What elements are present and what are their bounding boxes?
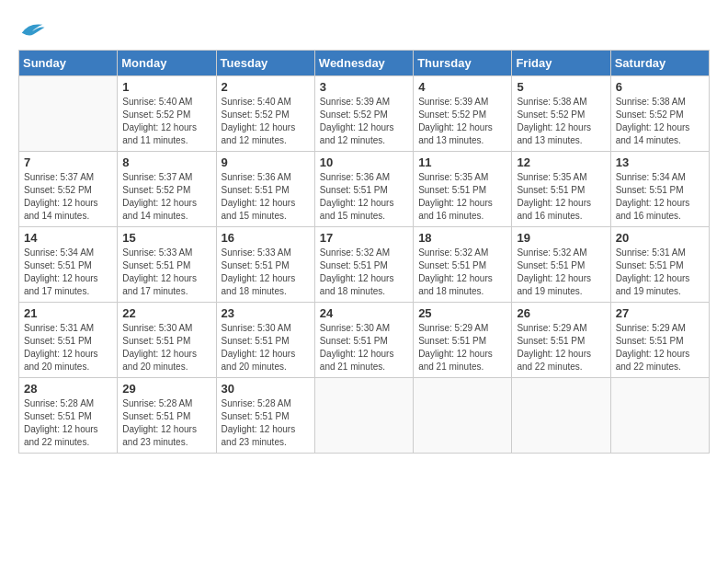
day-info: Sunrise: 5:30 AM Sunset: 5:51 PM Dayligh… <box>222 322 310 373</box>
day-number: 13 <box>616 155 704 169</box>
day-number: 28 <box>24 382 112 396</box>
day-cell: 12Sunrise: 5:35 AM Sunset: 5:51 PM Dayli… <box>512 152 610 227</box>
day-number: 25 <box>418 306 506 320</box>
day-info: Sunrise: 5:35 AM Sunset: 5:51 PM Dayligh… <box>418 171 506 223</box>
day-header-wednesday: Wednesday <box>314 51 413 76</box>
day-cell: 28Sunrise: 5:28 AM Sunset: 5:51 PM Dayli… <box>19 378 118 454</box>
day-cell: 5Sunrise: 5:38 AM Sunset: 5:52 PM Daylig… <box>512 76 610 152</box>
day-number: 18 <box>418 231 506 245</box>
day-cell: 10Sunrise: 5:36 AM Sunset: 5:51 PM Dayli… <box>314 152 413 227</box>
day-cell: 11Sunrise: 5:35 AM Sunset: 5:51 PM Dayli… <box>414 152 512 227</box>
week-row-1: 1Sunrise: 5:40 AM Sunset: 5:52 PM Daylig… <box>19 76 710 152</box>
day-number: 23 <box>222 306 310 320</box>
day-number: 20 <box>616 231 704 245</box>
day-cell <box>19 76 118 152</box>
day-cell <box>414 378 512 454</box>
day-number: 17 <box>320 231 408 245</box>
week-row-2: 7Sunrise: 5:37 AM Sunset: 5:52 PM Daylig… <box>19 152 710 227</box>
day-number: 4 <box>418 80 506 94</box>
day-cell: 18Sunrise: 5:32 AM Sunset: 5:51 PM Dayli… <box>414 227 512 303</box>
day-info: Sunrise: 5:29 AM Sunset: 5:51 PM Dayligh… <box>616 322 704 373</box>
day-info: Sunrise: 5:35 AM Sunset: 5:51 PM Dayligh… <box>517 171 605 223</box>
day-cell: 13Sunrise: 5:34 AM Sunset: 5:51 PM Dayli… <box>610 152 709 227</box>
day-number: 19 <box>517 231 605 245</box>
day-cell <box>610 378 709 454</box>
day-info: Sunrise: 5:37 AM Sunset: 5:52 PM Dayligh… <box>122 171 210 223</box>
day-cell: 21Sunrise: 5:31 AM Sunset: 5:51 PM Dayli… <box>19 303 118 378</box>
day-info: Sunrise: 5:39 AM Sunset: 5:52 PM Dayligh… <box>320 96 408 147</box>
day-number: 1 <box>122 80 210 94</box>
logo <box>18 18 50 40</box>
day-number: 14 <box>24 231 112 245</box>
calendar-table: SundayMondayTuesdayWednesdayThursdayFrid… <box>18 50 710 454</box>
day-number: 21 <box>24 306 112 320</box>
day-info: Sunrise: 5:29 AM Sunset: 5:51 PM Dayligh… <box>517 322 605 373</box>
day-number: 5 <box>517 80 605 94</box>
day-number: 11 <box>418 155 506 169</box>
day-cell: 3Sunrise: 5:39 AM Sunset: 5:52 PM Daylig… <box>314 76 413 152</box>
day-cell: 2Sunrise: 5:40 AM Sunset: 5:52 PM Daylig… <box>216 76 314 152</box>
day-info: Sunrise: 5:36 AM Sunset: 5:51 PM Dayligh… <box>222 171 310 223</box>
day-info: Sunrise: 5:31 AM Sunset: 5:51 PM Dayligh… <box>616 247 704 298</box>
day-number: 8 <box>122 155 210 169</box>
day-cell <box>314 378 413 454</box>
day-number: 12 <box>517 155 605 169</box>
day-cell: 8Sunrise: 5:37 AM Sunset: 5:52 PM Daylig… <box>118 152 216 227</box>
day-info: Sunrise: 5:39 AM Sunset: 5:52 PM Dayligh… <box>418 96 506 147</box>
day-number: 26 <box>517 306 605 320</box>
day-info: Sunrise: 5:28 AM Sunset: 5:51 PM Dayligh… <box>222 397 310 449</box>
day-cell: 16Sunrise: 5:33 AM Sunset: 5:51 PM Dayli… <box>216 227 314 303</box>
week-row-3: 14Sunrise: 5:34 AM Sunset: 5:51 PM Dayli… <box>19 227 710 303</box>
day-header-sunday: Sunday <box>19 51 118 76</box>
day-cell: 14Sunrise: 5:34 AM Sunset: 5:51 PM Dayli… <box>19 227 118 303</box>
day-cell: 6Sunrise: 5:38 AM Sunset: 5:52 PM Daylig… <box>610 76 709 152</box>
day-cell: 30Sunrise: 5:28 AM Sunset: 5:51 PM Dayli… <box>216 378 314 454</box>
day-number: 30 <box>222 382 310 396</box>
day-cell: 25Sunrise: 5:29 AM Sunset: 5:51 PM Dayli… <box>414 303 512 378</box>
day-info: Sunrise: 5:32 AM Sunset: 5:51 PM Dayligh… <box>517 247 605 298</box>
day-info: Sunrise: 5:30 AM Sunset: 5:51 PM Dayligh… <box>320 322 408 373</box>
day-info: Sunrise: 5:38 AM Sunset: 5:52 PM Dayligh… <box>517 96 605 147</box>
day-number: 27 <box>616 306 704 320</box>
day-cell: 24Sunrise: 5:30 AM Sunset: 5:51 PM Dayli… <box>314 303 413 378</box>
day-header-monday: Monday <box>118 51 216 76</box>
day-number: 15 <box>122 231 210 245</box>
day-cell: 15Sunrise: 5:33 AM Sunset: 5:51 PM Dayli… <box>118 227 216 303</box>
day-info: Sunrise: 5:33 AM Sunset: 5:51 PM Dayligh… <box>122 247 210 298</box>
day-info: Sunrise: 5:32 AM Sunset: 5:51 PM Dayligh… <box>320 247 408 298</box>
day-cell: 27Sunrise: 5:29 AM Sunset: 5:51 PM Dayli… <box>610 303 709 378</box>
day-number: 22 <box>122 306 210 320</box>
day-header-tuesday: Tuesday <box>216 51 314 76</box>
day-cell: 1Sunrise: 5:40 AM Sunset: 5:52 PM Daylig… <box>118 76 216 152</box>
logo-icon <box>18 18 46 40</box>
day-number: 10 <box>320 155 408 169</box>
day-info: Sunrise: 5:32 AM Sunset: 5:51 PM Dayligh… <box>418 247 506 298</box>
day-info: Sunrise: 5:33 AM Sunset: 5:51 PM Dayligh… <box>222 247 310 298</box>
day-info: Sunrise: 5:31 AM Sunset: 5:51 PM Dayligh… <box>24 322 112 373</box>
day-info: Sunrise: 5:28 AM Sunset: 5:51 PM Dayligh… <box>24 397 112 449</box>
day-cell: 20Sunrise: 5:31 AM Sunset: 5:51 PM Dayli… <box>610 227 709 303</box>
day-info: Sunrise: 5:40 AM Sunset: 5:52 PM Dayligh… <box>122 96 210 147</box>
day-cell: 22Sunrise: 5:30 AM Sunset: 5:51 PM Dayli… <box>118 303 216 378</box>
day-info: Sunrise: 5:28 AM Sunset: 5:51 PM Dayligh… <box>122 397 210 449</box>
day-number: 9 <box>222 155 310 169</box>
day-header-friday: Friday <box>512 51 610 76</box>
week-row-4: 21Sunrise: 5:31 AM Sunset: 5:51 PM Dayli… <box>19 303 710 378</box>
day-info: Sunrise: 5:38 AM Sunset: 5:52 PM Dayligh… <box>616 96 704 147</box>
day-number: 2 <box>222 80 310 94</box>
day-info: Sunrise: 5:34 AM Sunset: 5:51 PM Dayligh… <box>616 171 704 223</box>
day-info: Sunrise: 5:40 AM Sunset: 5:52 PM Dayligh… <box>222 96 310 147</box>
day-number: 29 <box>122 382 210 396</box>
day-cell: 4Sunrise: 5:39 AM Sunset: 5:52 PM Daylig… <box>414 76 512 152</box>
day-cell: 7Sunrise: 5:37 AM Sunset: 5:52 PM Daylig… <box>19 152 118 227</box>
day-cell: 29Sunrise: 5:28 AM Sunset: 5:51 PM Dayli… <box>118 378 216 454</box>
day-number: 3 <box>320 80 408 94</box>
day-info: Sunrise: 5:34 AM Sunset: 5:51 PM Dayligh… <box>24 247 112 298</box>
week-row-5: 28Sunrise: 5:28 AM Sunset: 5:51 PM Dayli… <box>19 378 710 454</box>
day-number: 7 <box>24 155 112 169</box>
day-cell: 23Sunrise: 5:30 AM Sunset: 5:51 PM Dayli… <box>216 303 314 378</box>
day-number: 16 <box>222 231 310 245</box>
day-number: 6 <box>616 80 704 94</box>
day-info: Sunrise: 5:30 AM Sunset: 5:51 PM Dayligh… <box>122 322 210 373</box>
day-cell: 17Sunrise: 5:32 AM Sunset: 5:51 PM Dayli… <box>314 227 413 303</box>
